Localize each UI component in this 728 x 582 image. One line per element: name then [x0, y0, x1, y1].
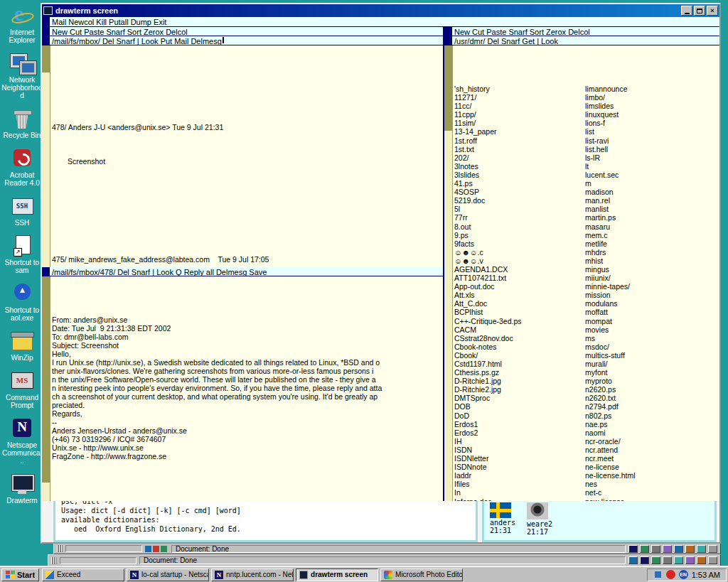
- acme-box-icon[interactable]: [42, 36, 50, 45]
- language-indicator[interactable]: EN: [679, 570, 688, 579]
- file-entry[interactable]: ls-lR: [585, 153, 718, 162]
- file-entry[interactable]: BCPlhist: [454, 308, 584, 316]
- mail-list-header[interactable]: 478/ Anders J-U <anders@unix.se> Tue 9 J…: [52, 123, 443, 131]
- file-entry[interactable]: masaru: [585, 222, 718, 231]
- file-entry[interactable]: Erdos2: [454, 429, 584, 437]
- acme-box-icon[interactable]: [444, 36, 452, 45]
- acme-box-icon[interactable]: [42, 17, 50, 26]
- acme-scrollbar[interactable]: [444, 45, 453, 501]
- file-entry[interactable]: ISDNnote: [454, 463, 584, 471]
- dock-icon[interactable]: [708, 556, 717, 564]
- desktop-icon[interactable]: Shortcut to sam: [1, 235, 43, 274]
- desktop-icon[interactable]: Acrobat Reader 4.0: [1, 147, 43, 187]
- file-entry[interactable]: lions-f: [585, 119, 718, 127]
- acme-box-icon[interactable]: [444, 27, 452, 36]
- mbox-tag[interactable]: /mail/fs/mbox/ Del Snarf | Look Put Mail…: [42, 36, 443, 45]
- file-entry[interactable]: 3lslides: [454, 171, 584, 179]
- mbox-body[interactable]: 478/ Anders J-U <anders@unix.se> Tue 9 J…: [42, 45, 443, 267]
- file-entry[interactable]: 8.out: [454, 222, 584, 231]
- file-entry[interactable]: movies: [585, 325, 718, 334]
- file-entry[interactable]: msdoc/: [585, 343, 718, 351]
- display-tray-icon[interactable]: [653, 570, 663, 579]
- left-column-tag[interactable]: New Cut Paste Snarf Sort Zerox Delcol: [42, 27, 443, 36]
- address-book-icon[interactable]: [663, 545, 672, 553]
- file-entry[interactable]: CACM: [454, 325, 584, 334]
- file-entry[interactable]: D-Ritchie2.jpg: [454, 385, 584, 394]
- dock-icon[interactable]: [697, 545, 706, 553]
- message-body[interactable]: From: anders@unix.seDate: Tue Jul 9 21:3…: [42, 276, 443, 501]
- minimize-button[interactable]: [681, 6, 692, 16]
- scrollbar-thumb[interactable]: [42, 276, 50, 483]
- taskbar-button[interactable]: lo-cal startup - Netscape: [127, 568, 209, 581]
- file-entry[interactable]: 1st.txt: [454, 145, 584, 153]
- file-entry[interactable]: list.hell: [585, 145, 718, 153]
- file-entry[interactable]: m: [585, 179, 718, 188]
- file-entry[interactable]: martin.ps: [585, 213, 718, 222]
- close-button[interactable]: ×: [707, 6, 718, 16]
- desktop-icon[interactable]: Command Prompt: [1, 370, 43, 409]
- taskbar-button[interactable]: Microsoft Photo Editor: [380, 568, 463, 581]
- file-entry[interactable]: myproto: [585, 377, 718, 385]
- file-entry[interactable]: lt: [585, 162, 718, 171]
- file-entry[interactable]: Att_C.doc: [454, 299, 584, 308]
- file-entry[interactable]: ncr.meet: [585, 454, 718, 463]
- file-entry[interactable]: Erdos1: [454, 420, 584, 429]
- file-entry[interactable]: D-Ritchie1.jpg: [454, 377, 584, 385]
- file-entry[interactable]: nae.ps: [585, 420, 718, 429]
- file-entry[interactable]: C++-Critique-3ed.ps: [454, 317, 584, 325]
- shell-window[interactable]: psc, dict -xUsage: dict [-d dict] [-k] […: [53, 501, 478, 542]
- file-entry[interactable]: metlife: [585, 239, 718, 248]
- taskbar-button[interactable]: nntp.lucent.com - Netscap...: [211, 568, 294, 581]
- file-entry[interactable]: naomi: [585, 429, 718, 437]
- file-entry[interactable]: n2620.txt: [585, 394, 718, 402]
- right-column-tag[interactable]: New Cut Paste Snarf Sort Zerox Delcol: [444, 27, 719, 36]
- file-entry[interactable]: DoD: [454, 411, 584, 420]
- file-entry[interactable]: ncr.attend: [585, 446, 718, 454]
- file-entry[interactable]: minnie-tapes/: [585, 282, 718, 291]
- dock-icon[interactable]: [708, 545, 717, 553]
- mail-list-subject[interactable]: Screenshot: [52, 157, 443, 166]
- file-entry[interactable]: limslides: [585, 102, 718, 110]
- column-tag-text[interactable]: New Cut Paste Snarf Sort Zerox Delcol: [452, 27, 590, 36]
- window-titlebar[interactable]: drawterm screen ×: [42, 4, 719, 17]
- dock-icon[interactable]: [697, 556, 706, 564]
- dock-icon[interactable]: [685, 545, 695, 553]
- acme-scrollbar[interactable]: [42, 276, 50, 501]
- file-entry[interactable]: madison: [585, 188, 718, 196]
- file-entry[interactable]: mompat: [585, 317, 718, 325]
- file-entry[interactable]: Ifiles: [454, 480, 584, 488]
- file-entry[interactable]: net-c: [585, 488, 718, 497]
- file-entry[interactable]: CSstrat28nov.doc: [454, 334, 584, 343]
- message-tag[interactable]: /mail/fs/mbox/478/ Del Snarf | Look Q Re…: [42, 267, 443, 276]
- file-entry[interactable]: 3lnotes: [454, 162, 584, 171]
- dock-icon[interactable]: [685, 556, 695, 564]
- acme-main-menu[interactable]: Mail Newcol Kill Putall Dump Exit: [50, 17, 166, 26]
- file-entry[interactable]: linuxquest: [585, 110, 718, 119]
- file-entry[interactable]: ☺☻☺.v: [454, 257, 584, 265]
- file-entry[interactable]: DOB: [454, 402, 584, 411]
- acme-box-icon[interactable]: [42, 27, 50, 36]
- face-tile[interactable]: weare2 21:17: [527, 502, 560, 540]
- file-entry[interactable]: ☺☻☺.c: [454, 248, 584, 257]
- directory-tag[interactable]: /usr/dmr/ Del Snarf Get | Look: [444, 36, 719, 45]
- netscape-dock-icons[interactable]: [628, 545, 717, 553]
- desktop-icon[interactable]: Drawterm: [1, 473, 43, 505]
- acme-box-icon[interactable]: [42, 267, 50, 276]
- file-entry[interactable]: 11cpp/: [454, 110, 584, 119]
- desktop-icon[interactable]: Recycle Bin: [1, 107, 43, 139]
- composer-icon[interactable]: [674, 545, 683, 553]
- file-entry[interactable]: myfont: [585, 368, 718, 377]
- file-entry[interactable]: 13-14_paper: [454, 127, 584, 136]
- file-entry[interactable]: Cbook/: [454, 351, 584, 360]
- resize-grip-icon[interactable]: [51, 557, 57, 564]
- file-entry[interactable]: mhist: [585, 257, 718, 265]
- file-entry[interactable]: 11271/: [454, 93, 584, 102]
- file-entry[interactable]: 'sh_history: [454, 85, 584, 93]
- file-entry[interactable]: ncr-oracle/: [585, 437, 718, 446]
- file-entry[interactable]: IH: [454, 437, 584, 446]
- file-entry[interactable]: n2620.ps: [585, 385, 718, 394]
- desktop-icon[interactable]: WinZip: [1, 330, 43, 362]
- message-tag-text[interactable]: /mail/fs/mbox/478/ Del Snarf | Look Q Re…: [50, 267, 267, 276]
- file-entry[interactable]: n2794.pdf: [585, 402, 718, 411]
- acme-scrollbar[interactable]: [42, 45, 50, 267]
